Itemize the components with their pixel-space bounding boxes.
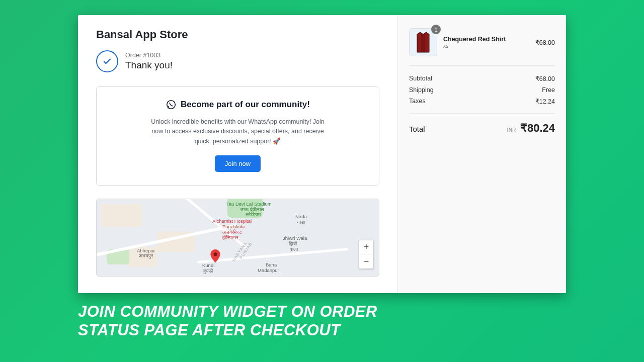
marketing-caption: JOIN COMMUNITY WIDGET ON ORDER STATUS PA… [78, 302, 566, 339]
subtotal-label: Subtotal [409, 75, 432, 82]
order-status-panel: Bansal App Store Order #1003 Thank you! … [78, 15, 397, 293]
map-label-bana: Bana [266, 262, 277, 267]
map-pin-icon [210, 249, 221, 265]
shipping-value: Free [542, 86, 555, 94]
map-label-jhiwri-hi2: वाला [290, 246, 298, 252]
delivery-map[interactable]: Tau Devi Lal Stadium ताऊ देवीलाल स्टेडिय… [96, 199, 379, 277]
caption-line1: JOIN COMMUNITY WIDGET ON ORDER [78, 302, 566, 321]
map-label-hospital-hi2: हॉस्पिटल... [222, 235, 243, 241]
map-zoom-out-button[interactable]: − [359, 254, 373, 268]
summary-block: Subtotal ₹68.00 Shipping Free Taxes ₹12.… [409, 66, 555, 114]
shipping-row: Shipping Free [409, 84, 555, 96]
map-label-nada-hi: नाडा [297, 219, 305, 225]
svg-point-1 [214, 252, 217, 256]
total-row: Total INR ₹80.24 [409, 114, 555, 135]
item-thumbnail-wrap: 1 [409, 28, 437, 56]
item-qty-badge: 1 [431, 25, 441, 34]
community-title: Become part of our community! [117, 99, 359, 110]
subtotal-value: ₹68.00 [535, 75, 555, 82]
caption-line2: STATUS PAGE AFTER CHECKOUT [78, 321, 566, 339]
map-label-hospital: Alchemist Hospital [212, 218, 252, 224]
item-meta: Chequered Red Shirt xs [443, 36, 529, 49]
total-currency: INR [507, 127, 516, 133]
total-amount: ₹80.24 [520, 122, 555, 135]
whatsapp-icon [166, 99, 177, 110]
shipping-label: Shipping [409, 86, 434, 94]
thank-you-text: Thank you! [125, 60, 173, 71]
cart-item-row: 1 Chequered Red Shirt xs ₹68.00 [409, 28, 555, 66]
community-title-text: Become part of our community! [181, 100, 310, 110]
item-name: Chequered Red Shirt [443, 36, 529, 43]
taxes-row: Taxes ₹12.24 [409, 96, 555, 107]
thank-you-row: Order #1003 Thank you! [96, 50, 379, 72]
community-widget: Become part of our community! Unlock inc… [96, 86, 379, 186]
checkout-window: Bansal App Store Order #1003 Thank you! … [78, 15, 566, 293]
total-label: Total [409, 125, 425, 133]
taxes-label: Taxes [409, 98, 426, 105]
checkmark-icon [96, 50, 118, 72]
map-label-stadium: Tau Devi Lal Stadium [226, 201, 272, 207]
order-number: Order #1003 [125, 52, 173, 59]
join-now-button[interactable]: Join now [215, 155, 261, 172]
map-zoom-in-button[interactable]: + [359, 240, 373, 254]
subtotal-row: Subtotal ₹68.00 [409, 73, 555, 84]
map-label-nada: Nada [295, 214, 307, 219]
map-label-kundi-hi: कुण्डी [203, 268, 213, 274]
map-label-stadium-hi2: स्टेडियम [246, 212, 261, 218]
item-price: ₹68.00 [535, 39, 555, 46]
community-description: Unlock incredible benefits with our What… [147, 117, 329, 146]
map-label-madanpur: Madanpur [258, 267, 279, 273]
svg-rect-2 [421, 34, 425, 52]
map-zoom-control: + − [359, 240, 374, 269]
item-variant: xs [443, 43, 529, 49]
map-label-hospital2: Panchkula [222, 224, 245, 229]
map-label-abhepur-hi: अभयपुर [139, 253, 153, 259]
order-summary-panel: 1 Chequered Red Shirt xs ₹68.00 Subtotal… [397, 15, 566, 293]
map-label-jhiwri: Jhiwri Wala [283, 235, 307, 241]
taxes-value: ₹12.24 [535, 98, 555, 105]
store-name: Bansal App Store [96, 28, 379, 41]
